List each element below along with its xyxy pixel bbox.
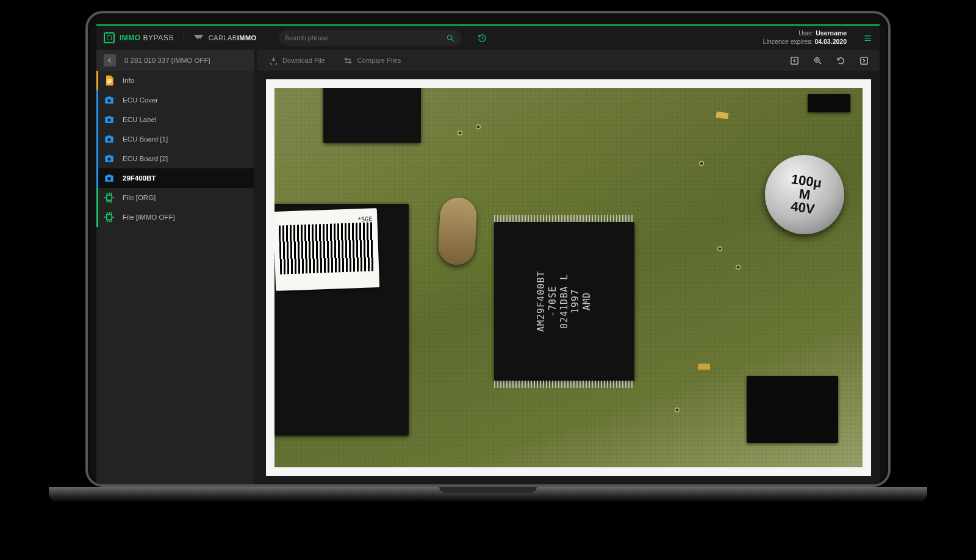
pcb-via — [476, 124, 481, 129]
brand-bypass: BYPASS — [143, 34, 174, 42]
document-icon — [103, 74, 115, 87]
barcode-sticker: *SGE — [274, 208, 379, 291]
pcb-via — [699, 161, 704, 166]
user-line: User: Username — [763, 29, 847, 38]
sidebar: 0 281 010 337 [IMMO OFF] Info ECU Cover — [96, 50, 257, 484]
sidebar-item-label: 29F400BT — [123, 174, 156, 182]
prev-image-icon[interactable] — [789, 56, 799, 65]
chip-icon — [103, 211, 115, 223]
svg-rect-6 — [107, 81, 112, 82]
pcb-via — [675, 407, 680, 412]
camera-icon — [103, 113, 115, 126]
user-block: User: Username Lincence expires: 04.03.2… — [763, 29, 847, 46]
chip-icon — [103, 192, 115, 204]
svg-point-11 — [107, 157, 110, 160]
sidebar-item-label: Info — [123, 77, 134, 84]
sidebar-item-29f400bt[interactable]: 29F400BT — [96, 168, 254, 188]
viewer-toolbar: Download File Compare Files — [257, 50, 880, 71]
sidebar-item-ecu-board-2[interactable]: ECU Board [2] — [96, 149, 254, 168]
search-input[interactable] — [285, 34, 441, 41]
sidebar-item-label: ECU Board [1] — [123, 135, 168, 143]
search-icon[interactable] — [446, 33, 456, 43]
topbar: IMMO BYPASS CARLABIMMO — [96, 26, 880, 50]
next-image-icon[interactable] — [859, 56, 869, 65]
toolbar-label: Compare Files — [357, 57, 401, 64]
sidebar-item-file-immo-off[interactable]: File [IMMO OFF] — [96, 207, 254, 227]
capacitor-marking: 100μ M 40V — [787, 173, 823, 217]
svg-point-12 — [107, 177, 110, 180]
svg-point-9 — [107, 118, 110, 121]
sidebar-item-label: ECU Label — [123, 116, 157, 123]
camera-icon — [103, 172, 115, 184]
electrolytic-capacitor: 100μ M 40V — [760, 150, 850, 240]
brand2-a: CARLAB — [209, 34, 237, 41]
brand-carlabimmo[interactable]: CARLABIMMO — [192, 34, 257, 41]
breadcrumb: 0 281 010 337 [IMMO OFF] — [96, 50, 254, 71]
history-icon[interactable] — [478, 33, 487, 43]
sidebar-item-label: File [ORG] — [123, 194, 156, 201]
chip-qfp-top — [323, 88, 421, 143]
image-frame: *SGE AM29F400BT -70SE 0241DBA L 1997 AMD… — [266, 79, 871, 476]
smd-component — [698, 364, 710, 370]
pcb-via — [736, 265, 741, 270]
svg-rect-13 — [107, 195, 112, 200]
image-viewer: *SGE AM29F400BT -70SE 0241DBA L 1997 AMD… — [257, 71, 880, 484]
chip-marking: AM29F400BT -70SE 0241DBA L 1997 AMD — [536, 271, 593, 332]
svg-rect-5 — [107, 79, 112, 80]
compare-files-button[interactable]: Compare Files — [343, 56, 401, 65]
sidebar-item-ecu-cover[interactable]: ECU Cover — [96, 90, 254, 110]
sidebar-item-label: File [IMMO OFF] — [123, 214, 175, 221]
compare-icon — [343, 56, 353, 65]
sidebar-item-label: ECU Cover — [123, 96, 158, 104]
svg-line-35 — [819, 62, 821, 64]
sidebar-item-ecu-label[interactable]: ECU Label — [96, 110, 254, 129]
pcb-photo: *SGE AM29F400BT -70SE 0241DBA L 1997 AMD… — [274, 88, 863, 467]
search-box[interactable] — [279, 30, 462, 46]
svg-rect-22 — [107, 215, 112, 220]
username: Username — [816, 29, 847, 37]
app-window: IMMO BYPASS CARLABIMMO — [96, 24, 880, 484]
svg-point-10 — [107, 138, 110, 141]
svg-point-8 — [107, 99, 110, 102]
svg-rect-7 — [107, 82, 110, 83]
camera-icon — [103, 94, 115, 106]
toolbar-label: Download File — [282, 57, 325, 64]
laptop-mockup: IMMO BYPASS CARLABIMMO — [85, 11, 891, 533]
brand-immo: IMMO — [120, 34, 141, 42]
licence-label: Lincence expires: — [763, 38, 813, 45]
download-file-button[interactable]: Download File — [268, 56, 325, 65]
camera-icon — [103, 153, 115, 165]
sidebar-item-file-org[interactable]: File [ORG] — [96, 188, 254, 207]
licence-date: 04.03.2020 — [814, 38, 847, 45]
app-body: 0 281 010 337 [IMMO OFF] Info ECU Cover — [96, 50, 880, 484]
sidebar-item-label: ECU Board [2] — [123, 155, 168, 162]
brand2-b: IMMO — [237, 34, 257, 41]
menu-icon[interactable] — [863, 33, 872, 43]
crystal-oscillator — [437, 197, 478, 266]
laptop-base — [49, 487, 927, 503]
undo-icon[interactable] — [836, 56, 845, 65]
viewer-controls — [789, 56, 869, 65]
back-button[interactable] — [104, 54, 116, 66]
brand-immobypass[interactable]: IMMO BYPASS — [104, 32, 184, 43]
breadcrumb-title: 0 281 010 337 [IMMO OFF] — [124, 57, 210, 64]
svg-rect-33 — [791, 57, 797, 63]
pcb-via — [717, 246, 722, 251]
barcode — [279, 222, 375, 274]
svg-point-0 — [448, 35, 453, 40]
zoom-icon[interactable] — [813, 56, 822, 65]
diamond-icon — [194, 35, 204, 41]
licence-line: Lincence expires: 04.03.2020 — [763, 38, 847, 46]
pcb-via — [458, 131, 462, 135]
user-label: User: — [798, 29, 814, 37]
smd-component — [716, 112, 728, 120]
download-icon — [268, 56, 278, 65]
sidebar-item-info[interactable]: Info — [96, 71, 254, 90]
laptop-shadow — [0, 503, 976, 533]
chip-bottom-right — [747, 376, 838, 443]
logo-icon — [104, 32, 115, 43]
brand-text: IMMO BYPASS — [120, 34, 174, 42]
brand2-text: CARLABIMMO — [209, 34, 257, 41]
sidebar-item-ecu-board-1[interactable]: ECU Board [1] — [96, 129, 254, 149]
camera-icon — [103, 133, 115, 145]
